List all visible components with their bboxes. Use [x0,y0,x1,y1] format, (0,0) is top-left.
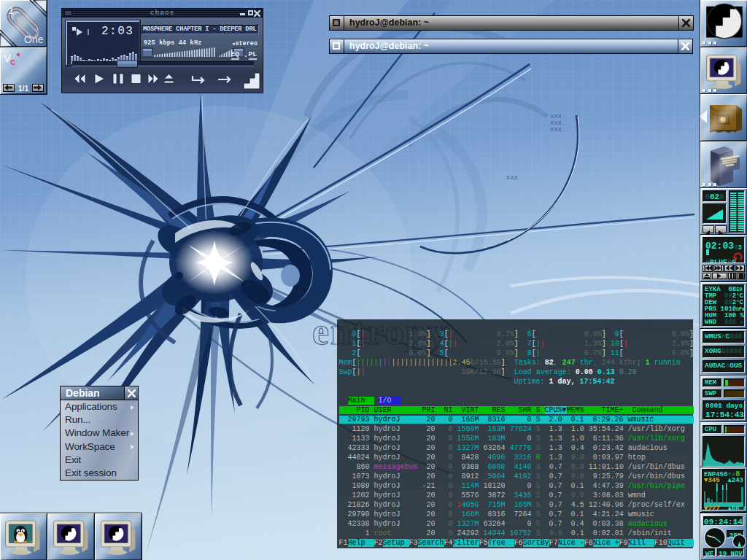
svg-text:xxx: xxx [506,174,518,182]
svg-text:1: 1 [9,5,14,16]
svg-text:One: One [24,34,44,45]
svg-text:c: c [10,56,15,66]
svg-text:xxx: xxx [550,126,562,133]
